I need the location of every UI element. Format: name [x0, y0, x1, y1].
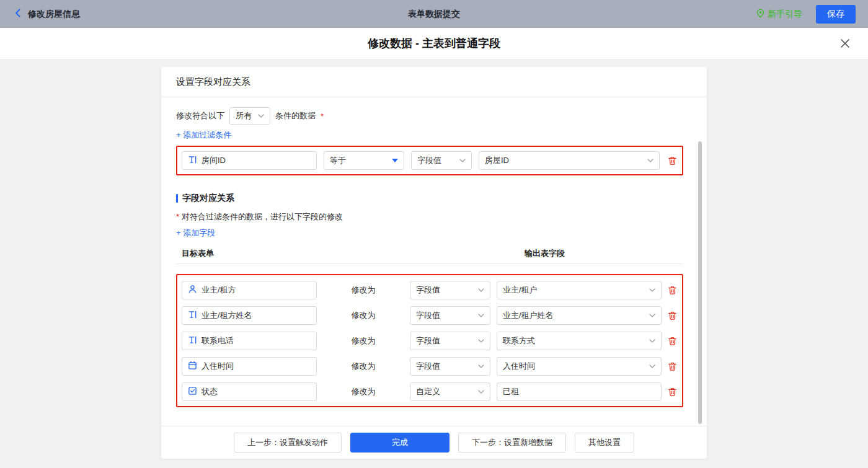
- field-mapping-panel: 设置字段对应关系 修改符合以下 所有 条件的数据 * + 添加过滤条件: [161, 67, 707, 459]
- modify-label: 修改为: [317, 361, 410, 372]
- back-button[interactable]: 修改房屋信息: [12, 7, 80, 21]
- custom-value-input[interactable]: 已租: [497, 382, 662, 401]
- chevron-down-icon: [258, 114, 264, 118]
- delete-icon[interactable]: [666, 361, 678, 372]
- select-value: 字段值: [416, 285, 440, 296]
- modify-label: 修改为: [317, 335, 410, 347]
- add-filter-condition-link[interactable]: + 添加过滤条件: [176, 130, 231, 141]
- filter-scope-select[interactable]: 所有: [229, 107, 270, 125]
- output-field-select[interactable]: 联系方式: [497, 332, 662, 350]
- panel-content: 修改符合以下 所有 条件的数据 * + 添加过滤条件 房间ID: [161, 97, 707, 426]
- target-field-value: 入住时间: [202, 361, 234, 372]
- mapping-rows-highlight-box: 业主/租方 修改为 字段值 业主/租户: [176, 274, 683, 407]
- section-marker: [176, 194, 178, 203]
- delete-icon[interactable]: [666, 386, 678, 397]
- delete-icon[interactable]: [666, 310, 678, 321]
- value-type-select[interactable]: 字段值: [410, 357, 490, 376]
- next-step-button[interactable]: 下一步：设置新增数据: [458, 433, 566, 453]
- select-value: 自定义: [416, 386, 440, 397]
- filter-operator-select[interactable]: 等于: [324, 151, 404, 170]
- filter-row-highlight-box: 房间ID 等于 字段值 房屋ID: [176, 146, 683, 175]
- select-value: 所有: [236, 110, 252, 121]
- target-field-input[interactable]: 入住时间: [182, 357, 317, 376]
- close-icon[interactable]: [838, 37, 852, 50]
- select-value: 字段值: [416, 361, 440, 372]
- value-type-select[interactable]: 字段值: [410, 281, 490, 299]
- mapping-row: 入住时间 修改为 字段值 入住时间: [182, 353, 678, 379]
- select-value: 字段值: [416, 310, 440, 321]
- chevron-down-icon: [649, 288, 655, 292]
- dropdown-triangle-icon: [392, 159, 398, 162]
- chevron-down-icon: [478, 314, 484, 317]
- other-settings-button[interactable]: 其他设置: [575, 433, 634, 453]
- column-header-output-field: 输出表字段: [525, 248, 565, 259]
- value-type-select[interactable]: 自定义: [410, 382, 490, 401]
- mapping-section-header: 字段对应关系: [176, 193, 683, 204]
- mapping-row: 联系电话 修改为 字段值 联系方式: [182, 328, 678, 353]
- target-field-value: 业主/租方: [202, 285, 236, 296]
- delete-icon[interactable]: [666, 155, 678, 166]
- mapping-row: 状态 修改为 自定义 已租: [182, 379, 678, 404]
- filter-value-type-select[interactable]: 字段值: [411, 151, 472, 170]
- mapping-description-text: 对符合过滤条件的数据，进行以下字段的修改: [182, 212, 343, 221]
- chevron-down-icon: [647, 159, 653, 162]
- filter-field-value: 房间ID: [202, 155, 226, 166]
- text-field-icon: [188, 335, 197, 347]
- output-field-select[interactable]: 业主/租户: [497, 281, 662, 299]
- filter-suffix-label: 条件的数据: [275, 110, 316, 121]
- page-title: 表单数据提交: [408, 9, 460, 20]
- vertical-scrollbar[interactable]: [698, 141, 702, 424]
- column-header-target-form: 目标表单: [182, 248, 214, 259]
- topbar-actions: 新手引导 保存: [756, 5, 856, 24]
- prev-step-button[interactable]: 上一步：设置触发动作: [234, 433, 342, 453]
- dialog-title: 修改数据 - 主表到普通字段: [368, 36, 500, 51]
- target-field-input[interactable]: 联系电话: [182, 332, 317, 350]
- add-field-link[interactable]: + 添加字段: [176, 227, 215, 239]
- date-field-icon: [188, 361, 197, 372]
- output-field-select[interactable]: 业主/租户姓名: [497, 306, 662, 325]
- chevron-down-icon: [649, 314, 655, 317]
- mapping-description: *对符合过滤条件的数据，进行以下字段的修改: [176, 211, 683, 223]
- beginner-guide-link[interactable]: 新手引导: [756, 9, 802, 20]
- text-field-icon: [188, 155, 197, 166]
- filter-field-input[interactable]: 房间ID: [182, 151, 317, 170]
- mapping-row: 业主/租方姓名 修改为 字段值 业主/租户姓名: [182, 302, 678, 328]
- topbar: 修改房屋信息 表单数据提交 新手引导 保存: [0, 0, 868, 28]
- select-value: 联系方式: [503, 335, 535, 347]
- back-icon: [12, 7, 24, 21]
- target-field-input[interactable]: 业主/租方姓名: [182, 306, 317, 325]
- filter-value-select[interactable]: 房屋ID: [479, 151, 660, 170]
- chevron-down-icon: [649, 364, 655, 368]
- chevron-down-icon: [459, 159, 466, 162]
- panel-section-title: 设置字段对应关系: [161, 67, 707, 97]
- beginner-guide-label: 新手引导: [768, 9, 802, 20]
- select-value: 业主/租户: [503, 285, 538, 296]
- chevron-down-icon: [649, 339, 655, 343]
- select-value: 字段值: [416, 335, 440, 347]
- select-field-icon: [188, 386, 197, 397]
- user-field-icon: [188, 285, 197, 296]
- save-button[interactable]: 保存: [816, 5, 856, 24]
- modify-label: 修改为: [317, 386, 410, 397]
- text-field-icon: [188, 310, 197, 321]
- value-type-select[interactable]: 字段值: [410, 306, 490, 325]
- delete-icon[interactable]: [666, 285, 678, 296]
- done-button[interactable]: 完成: [350, 433, 450, 453]
- input-value: 已租: [503, 386, 519, 397]
- chevron-down-icon: [478, 339, 484, 343]
- select-value: 等于: [330, 155, 346, 166]
- delete-icon[interactable]: [666, 335, 678, 347]
- page-body: 设置字段对应关系 修改符合以下 所有 条件的数据 * + 添加过滤条件: [0, 59, 868, 468]
- value-type-select[interactable]: 字段值: [410, 332, 490, 350]
- mapping-section-title: 字段对应关系: [182, 193, 234, 204]
- chevron-down-icon: [478, 288, 484, 292]
- target-field-value: 联系电话: [202, 335, 234, 347]
- modify-label: 修改为: [317, 285, 410, 296]
- target-field-input[interactable]: 业主/租方: [182, 281, 317, 299]
- output-field-select[interactable]: 入住时间: [497, 357, 662, 376]
- location-pin-icon: [756, 9, 764, 20]
- select-value: 业主/租户姓名: [503, 310, 554, 321]
- select-value: 房屋ID: [485, 155, 509, 166]
- target-field-input[interactable]: 状态: [182, 382, 317, 401]
- required-asterisk: *: [176, 212, 179, 221]
